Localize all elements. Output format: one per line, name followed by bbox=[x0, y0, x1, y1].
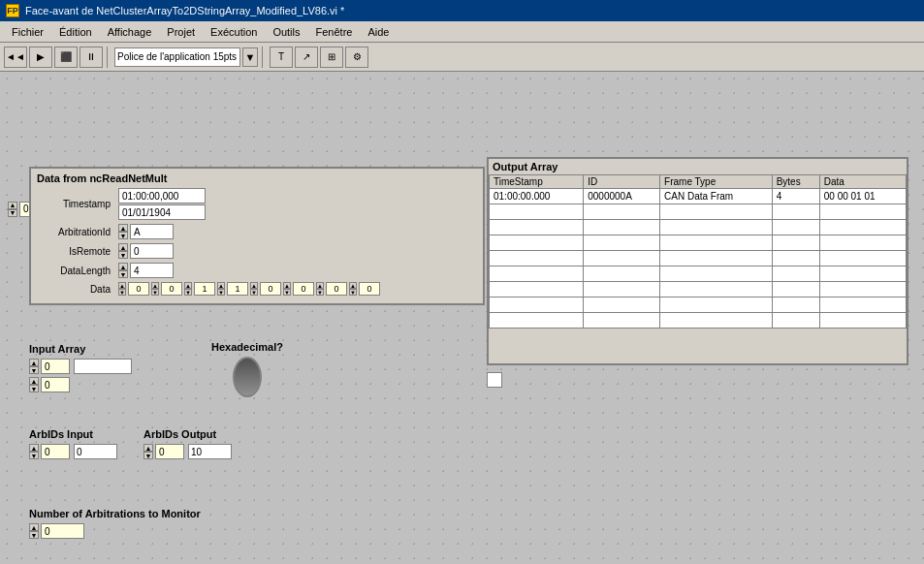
data-length-row: DataLength ▲ ▼ 4 bbox=[37, 263, 477, 278]
data0-inc-btn[interactable]: ▲ bbox=[118, 282, 126, 289]
menu-outils[interactable]: Outils bbox=[265, 24, 307, 40]
data5-inc-btn[interactable]: ▲ bbox=[283, 282, 291, 289]
toolbar-pause-btn[interactable]: ⏸ bbox=[80, 47, 103, 68]
data7-inc-btn[interactable]: ▲ bbox=[349, 282, 357, 289]
data-val-1: 0 bbox=[161, 282, 182, 296]
row5-by bbox=[772, 266, 819, 282]
arbids-input-display: 0 bbox=[74, 444, 117, 459]
row2-ft bbox=[660, 220, 773, 235]
arbids-input-title: ArbIDs Input bbox=[29, 428, 117, 440]
row6-id bbox=[584, 282, 660, 298]
row4-id bbox=[584, 251, 660, 266]
data0-dec-btn[interactable]: ▼ bbox=[118, 289, 126, 296]
input-array-val2: 0 bbox=[41, 377, 70, 392]
data-length-label: DataLength bbox=[37, 266, 114, 276]
toolbar-rewind-btn[interactable]: ◄◄ bbox=[4, 47, 27, 68]
toolbar-text-btn[interactable]: T bbox=[270, 47, 293, 68]
num-arb-inc-btn[interactable]: ▲ bbox=[29, 523, 39, 531]
menu-execution[interactable]: Exécution bbox=[203, 24, 265, 40]
data4-dec-btn[interactable]: ▼ bbox=[250, 289, 258, 296]
data1-dec-btn[interactable]: ▼ bbox=[151, 289, 159, 296]
row0-data: 00 00 01 01 bbox=[819, 189, 906, 204]
row5-ts bbox=[490, 266, 584, 282]
input-array-title: Input Array bbox=[29, 343, 199, 355]
output-array-table: TimeStamp ID Frame Type Bytes Data 01:00… bbox=[489, 174, 907, 329]
input-array-inc-btn[interactable]: ▲ bbox=[29, 359, 39, 366]
row8-id bbox=[584, 313, 660, 329]
menu-fichier[interactable]: Fichier bbox=[4, 24, 51, 40]
row4-ft bbox=[660, 251, 773, 266]
row1-id bbox=[584, 204, 660, 220]
table-row bbox=[490, 251, 907, 266]
left-inc-btn[interactable]: ▲ bbox=[8, 202, 17, 209]
data4-inc-btn[interactable]: ▲ bbox=[250, 282, 258, 289]
row6-ft bbox=[660, 282, 773, 298]
data2-dec-btn[interactable]: ▼ bbox=[184, 289, 192, 296]
timestamp-value1: 01:00:00,000 bbox=[118, 188, 206, 204]
datalength-inc-btn[interactable]: ▲ bbox=[118, 263, 128, 270]
col-timestamp: TimeStamp bbox=[490, 175, 584, 189]
row3-d bbox=[819, 235, 906, 251]
menu-edition[interactable]: Édition bbox=[51, 24, 100, 40]
row3-id bbox=[584, 235, 660, 251]
row5-d bbox=[819, 266, 906, 282]
datalength-dec-btn[interactable]: ▼ bbox=[118, 270, 128, 278]
arbitration-id-row: ArbitrationId ▲ ▼ A bbox=[37, 224, 477, 239]
font-selector[interactable]: Police de l'application 15pts bbox=[114, 47, 240, 67]
font-dropdown-arrow[interactable]: ▼ bbox=[242, 47, 258, 67]
data2-inc-btn[interactable]: ▲ bbox=[184, 282, 192, 289]
row0-timestamp: 01:00:00.000 bbox=[490, 189, 584, 204]
row8-ft bbox=[660, 313, 773, 329]
arbids-out-inc-btn[interactable]: ▲ bbox=[143, 444, 153, 452]
data6-dec-btn[interactable]: ▼ bbox=[316, 289, 324, 296]
data1-inc-btn[interactable]: ▲ bbox=[151, 282, 159, 289]
toolbar-cursor-btn[interactable]: ↗ bbox=[295, 47, 318, 68]
toolbar-grid-btn[interactable]: ⊞ bbox=[320, 47, 343, 68]
row5-id bbox=[584, 266, 660, 282]
data5-dec-btn[interactable]: ▼ bbox=[283, 289, 291, 296]
input-array2-dec-btn[interactable]: ▼ bbox=[29, 385, 39, 392]
input-array-dec-btn[interactable]: ▼ bbox=[29, 366, 39, 374]
num-arbitrations-panel: Number of Arbitrations to Monitor ▲ ▼ 0 bbox=[29, 508, 201, 539]
table-row: 01:00:00.000 0000000A CAN Data Fram 4 00… bbox=[490, 189, 907, 204]
isremote-inc-btn[interactable]: ▲ bbox=[118, 243, 128, 251]
row0-frametype: CAN Data Fram bbox=[660, 189, 773, 204]
arbids-output-title: ArbIDs Output bbox=[143, 428, 232, 440]
data-val-0: 0 bbox=[128, 282, 149, 296]
row2-by bbox=[772, 220, 819, 235]
timestamp-row: Timestamp 01:00:00,000 01/01/1904 bbox=[37, 188, 477, 220]
toolbar-sep2 bbox=[262, 47, 266, 68]
data-val-5: 0 bbox=[293, 282, 314, 296]
menu-affichage[interactable]: Affichage bbox=[100, 24, 160, 40]
canvas-area: ▲ ▼ 0 Data from ncReadNetMult Timestamp … bbox=[0, 72, 924, 564]
num-arb-dec-btn[interactable]: ▼ bbox=[29, 531, 39, 539]
left-dec-btn[interactable]: ▼ bbox=[8, 209, 17, 217]
arbids-input-panel: ArbIDs Input ▲ ▼ 0 0 bbox=[29, 428, 117, 459]
row7-by bbox=[772, 298, 819, 313]
row2-id bbox=[584, 220, 660, 235]
toolbar-config-btn[interactable]: ⚙ bbox=[345, 47, 368, 68]
menu-aide[interactable]: Aide bbox=[360, 24, 397, 40]
row6-ts bbox=[490, 282, 584, 298]
isremote-dec-btn[interactable]: ▼ bbox=[118, 251, 128, 259]
data-val-3: 1 bbox=[227, 282, 248, 296]
row3-ft bbox=[660, 235, 773, 251]
input-array2-inc-btn[interactable]: ▲ bbox=[29, 377, 39, 385]
arbids-out-dec-btn[interactable]: ▼ bbox=[143, 452, 153, 459]
hexadecimal-toggle[interactable] bbox=[233, 357, 262, 397]
arbid-dec-btn[interactable]: ▼ bbox=[118, 232, 128, 239]
arbid-inc-btn[interactable]: ▲ bbox=[118, 224, 128, 232]
arbids-in-inc-btn[interactable]: ▲ bbox=[29, 444, 39, 452]
data7-dec-btn[interactable]: ▼ bbox=[349, 289, 357, 296]
data6-inc-btn[interactable]: ▲ bbox=[316, 282, 324, 289]
scroll-indicator[interactable] bbox=[487, 372, 502, 388]
arbids-in-dec-btn[interactable]: ▼ bbox=[29, 452, 39, 459]
menu-projet[interactable]: Projet bbox=[159, 24, 203, 40]
menu-fenetre[interactable]: Fenêtre bbox=[308, 24, 361, 40]
input-array-panel: Input Array ▲ ▼ 0 ▲ ▼ 0 bbox=[29, 343, 199, 392]
data3-dec-btn[interactable]: ▼ bbox=[217, 289, 225, 296]
toolbar-stop-btn[interactable]: ⬛ bbox=[54, 47, 78, 68]
col-data: Data bbox=[819, 175, 906, 189]
data3-inc-btn[interactable]: ▲ bbox=[217, 282, 225, 289]
toolbar-play-btn[interactable]: ▶ bbox=[29, 47, 52, 68]
